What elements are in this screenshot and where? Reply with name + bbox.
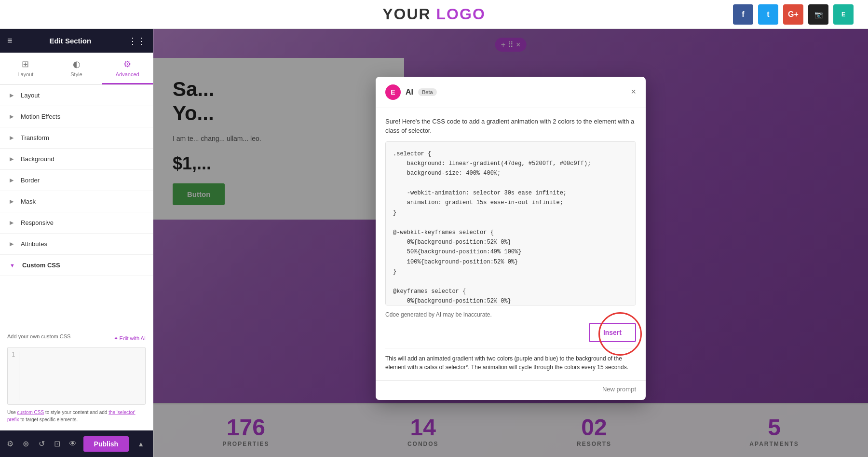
sidebar-item-attributes[interactable]: ▶ Attributes (0, 234, 153, 255)
bottom-toolbar: ⚙ ⊕ ↺ ⊡ 👁 Publish ▲ (0, 430, 153, 457)
hamburger-icon[interactable]: ≡ (7, 36, 13, 46)
line-numbers: 1 (12, 351, 19, 401)
modal-warning: Cdoe generated by AI may be inaccurate. (385, 311, 636, 318)
twitter-icon[interactable]: t (758, 4, 778, 25)
panel-header: ≡ Edit Section ⋮⋮ (0, 29, 153, 53)
modal-close-button[interactable]: × (631, 87, 636, 97)
layers-icon[interactable]: ⊕ (21, 435, 32, 452)
modal-title: AI (406, 88, 413, 97)
sidebar-item-custom-css[interactable]: ▼ Custom CSS (0, 255, 153, 276)
add-template-icon[interactable]: ⊡ (52, 435, 63, 452)
sidebar-item-motion-effects[interactable]: ▶ Motion Effects (0, 106, 153, 127)
edit-ai-button[interactable]: ✦ Edit with AI (114, 335, 146, 342)
social-icons: f t G+ 📷 E (733, 4, 854, 25)
layout-tab-icon: ⊞ (22, 59, 29, 69)
arrow-icon: ▶ (10, 92, 14, 98)
arrow-icon: ▶ (10, 113, 14, 120)
ai-modal: E AI Beta × Sure! Here's the CSS code to… (376, 77, 646, 400)
style-tab-icon: ◐ (73, 59, 81, 69)
sidebar-item-mask[interactable]: ▶ Mask (0, 191, 153, 212)
custom-css-section: Add your own custom CSS ✦ Edit with AI 1… (0, 326, 153, 430)
top-header: YOUR LOGO f t G+ 📷 E (0, 0, 868, 29)
panel-items: ▶ Layout ▶ Motion Effects ▶ Transform ▶ … (0, 85, 153, 326)
eye-icon[interactable]: 👁 (68, 435, 79, 452)
sidebar-item-responsive[interactable]: ▶ Responsive (0, 212, 153, 234)
modal-header: E AI Beta × (376, 77, 646, 108)
modal-logo: E (385, 84, 401, 100)
tab-style[interactable]: ◐ Style (51, 53, 102, 84)
arrow-icon: ▼ (10, 263, 15, 268)
tab-layout[interactable]: ⊞ Layout (0, 53, 51, 84)
modal-code-block: .selector { background: linear-gradient(… (385, 141, 636, 305)
custom-css-add-label: Add your own custom CSS (7, 333, 70, 339)
google-plus-icon[interactable]: G+ (783, 4, 803, 25)
main-area: ≡ Edit Section ⋮⋮ ⊞ Layout ◐ Style ⚙ Adv… (0, 29, 868, 457)
arrow-icon: ▶ (10, 241, 14, 247)
css-content[interactable] (23, 351, 141, 401)
custom-css-editor[interactable]: 1 (7, 347, 146, 405)
modal-overlay: E AI Beta × Sure! Here's the CSS code to… (153, 29, 868, 457)
elementor-icon[interactable]: E (833, 4, 854, 25)
settings-icon[interactable]: ⚙ (5, 435, 16, 452)
sidebar-item-transform[interactable]: ▶ Transform (0, 127, 153, 149)
modal-insert-area: Insert (385, 323, 636, 342)
arrow-icon: ▶ (10, 220, 14, 226)
toggle-panel-icon[interactable]: ▲ (134, 436, 148, 452)
history-icon[interactable]: ↺ (36, 435, 47, 452)
tab-layout-label: Layout (17, 71, 33, 77)
sidebar-item-layout[interactable]: ▶ Layout (0, 85, 153, 106)
publish-button[interactable]: Publish (83, 436, 129, 452)
tab-advanced-label: Advanced (116, 71, 139, 77)
sidebar-item-background[interactable]: ▶ Background (0, 149, 153, 170)
advanced-tab-icon: ⚙ (123, 59, 131, 69)
modal-body: Sure! Here's the CSS code to add a gradi… (376, 108, 646, 380)
instagram-icon[interactable]: 📷 (808, 4, 828, 25)
modal-description: This will add an animated gradient with … (385, 348, 636, 372)
arrow-icon: ▶ (10, 156, 14, 162)
modal-badge: Beta (418, 88, 437, 96)
css-hint: Use custom CSS to style your content and… (7, 409, 146, 423)
arrow-icon: ▶ (10, 177, 14, 183)
tab-style-label: Style (70, 71, 82, 77)
dots-icon[interactable]: ⋮⋮ (128, 36, 146, 46)
modal-intro: Sure! Here's the CSS code to add a gradi… (385, 117, 636, 136)
canvas-area: + ⠿ × Sa...Yo... I am te... chang... ull… (153, 29, 868, 457)
logo-your: YOUR (382, 5, 431, 23)
arrow-icon: ▶ (10, 135, 14, 141)
custom-css-link[interactable]: custom CSS (17, 410, 44, 415)
panel-title: Edit Section (49, 37, 91, 45)
new-prompt-button[interactable]: New prompt (376, 380, 646, 400)
custom-css-header: Add your own custom CSS ✦ Edit with AI (7, 333, 146, 343)
logo: YOUR LOGO (382, 5, 486, 23)
left-panel: ≡ Edit Section ⋮⋮ ⊞ Layout ◐ Style ⚙ Adv… (0, 29, 153, 457)
tab-advanced[interactable]: ⚙ Advanced (102, 53, 153, 84)
facebook-icon[interactable]: f (733, 4, 753, 25)
sidebar-item-border[interactable]: ▶ Border (0, 170, 153, 191)
arrow-icon: ▶ (10, 198, 14, 205)
insert-button[interactable]: Insert (589, 323, 636, 342)
panel-tabs: ⊞ Layout ◐ Style ⚙ Advanced (0, 53, 153, 85)
logo-logo: LOGO (436, 5, 486, 23)
